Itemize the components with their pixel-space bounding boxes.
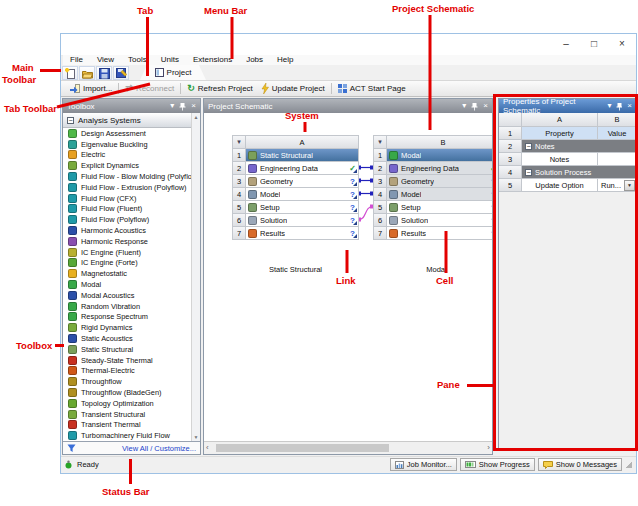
system-cell-row[interactable]: 4 Model ? (233, 188, 359, 201)
toolbox-item[interactable]: Fluid Flow (Fluent) (63, 204, 191, 215)
system-cell-row[interactable]: 2 Engineering Data ✓ (374, 162, 492, 175)
properties-pane-header[interactable]: Properties of Project Schematic ▾ × (499, 99, 636, 113)
show-messages-button[interactable]: Show 0 Messages (538, 458, 622, 471)
system-cell-row[interactable]: 7 Results ? (374, 227, 492, 240)
toolbox-item[interactable]: Fluid Flow - Blow Molding (Polyflow) (63, 171, 191, 182)
menu-item[interactable]: File (63, 55, 90, 65)
menu-item[interactable]: Help (270, 55, 300, 65)
toolbox-item[interactable]: Throughflow (BladeGen) (63, 387, 191, 398)
menu-item[interactable]: View (90, 55, 121, 65)
chevron-down-icon[interactable]: ▾ (607, 102, 611, 110)
new-icon[interactable] (62, 66, 78, 80)
toolbox-item[interactable]: IC Engine (Fluent) (63, 247, 191, 258)
scroll-down-icon[interactable]: ▼ (192, 434, 200, 440)
system-column-letter[interactable]: B (387, 136, 492, 149)
scroll-right-icon[interactable]: › (487, 442, 490, 454)
collapse-icon[interactable]: − (67, 117, 74, 124)
pin-icon[interactable] (179, 102, 186, 111)
toolbox-scrollbar[interactable]: ▲ ▼ (191, 113, 200, 441)
title-bar[interactable]: – □ × (61, 34, 636, 56)
toolbox-item[interactable]: IC Engine (Forte) (63, 258, 191, 269)
menu-item[interactable]: Jobs (239, 55, 270, 65)
scrollbar-thumb[interactable] (216, 444, 389, 452)
menu-item[interactable]: Units (154, 55, 186, 65)
toolbox-item[interactable]: Turbomachinery Fluid Flow (63, 430, 191, 441)
dropdown-button[interactable]: ▼ (624, 180, 635, 191)
toolbox-item[interactable]: Topology Optimization (63, 398, 191, 409)
chevron-down-icon[interactable]: ▾ (462, 102, 466, 110)
toolbox-item[interactable]: Explicit Dynamics (63, 160, 191, 171)
resize-grip[interactable] (625, 461, 632, 468)
properties-row[interactable]: 1 − Property Value ▼ (499, 127, 636, 140)
toolbox-item[interactable]: Electric (63, 150, 191, 161)
open-icon[interactable] (79, 66, 95, 80)
system-caption[interactable]: Modal (373, 265, 492, 274)
import-button[interactable]: Import... (66, 83, 116, 95)
system-cell-row[interactable]: 3 Geometry ? (374, 175, 492, 188)
menu-item[interactable]: Tools (121, 55, 154, 65)
properties-row[interactable]: 5 − Update Option Run... ▼ (499, 179, 636, 192)
toolbox-item[interactable]: Eigenvalue Buckling (63, 139, 191, 150)
act-start-page-button[interactable]: ACT Start Page (334, 83, 410, 94)
toolbox-item[interactable]: Fluid Flow - Extrusion (Polyflow) (63, 182, 191, 193)
system-column-letter[interactable]: A (246, 136, 359, 149)
system-cell-row[interactable]: 3 Geometry ? (233, 175, 359, 188)
system-cell-row[interactable]: 1 Static Structural (233, 149, 359, 162)
filter-icon[interactable] (67, 444, 76, 453)
system-cell-row[interactable]: 5 Setup ? (233, 201, 359, 214)
system-cell-row[interactable]: 6 Solution ? (233, 214, 359, 227)
close-icon[interactable]: × (627, 102, 632, 110)
maximize-button[interactable]: □ (588, 38, 600, 50)
system-cell-row[interactable]: 7 Results ? (233, 227, 359, 240)
toolbox-item[interactable]: Static Structural (63, 344, 191, 355)
pin-icon[interactable] (471, 102, 478, 111)
toolbox-item[interactable]: Throughflow (63, 376, 191, 387)
scroll-left-icon[interactable]: ‹ (206, 442, 209, 454)
system-menu-cell[interactable]: ▾ (233, 136, 246, 149)
toolbox-item[interactable]: Rigid Dynamics (63, 322, 191, 333)
system-cell-row[interactable]: 5 Setup ? (374, 201, 492, 214)
toolbox-item[interactable]: Transient Thermal (63, 420, 191, 431)
save-as-icon[interactable] (113, 66, 129, 80)
job-monitor-button[interactable]: Job Monitor... (390, 458, 457, 471)
view-all-customize-link[interactable]: View All / Customize... (76, 444, 196, 453)
reconnect-button[interactable]: ⇄ Reconnect (121, 83, 178, 94)
toolbox-item[interactable]: Design Assessment (63, 128, 191, 139)
toolbox-item[interactable]: Response Spectrum (63, 312, 191, 323)
system-menu-cell[interactable]: ▾ (374, 136, 387, 149)
system-cell-row[interactable]: 1 Modal (374, 149, 492, 162)
toolbox-item[interactable]: Modal Acoustics (63, 290, 191, 301)
toolbox-item[interactable]: Fluid Flow (CFX) (63, 193, 191, 204)
toolbox-item[interactable]: Harmonic Acoustics (63, 225, 191, 236)
toolbox-item[interactable]: Fluid Flow (Polyflow) (63, 214, 191, 225)
menu-item[interactable]: Extensions (186, 55, 239, 65)
close-button[interactable]: × (616, 38, 628, 50)
pin-icon[interactable] (616, 102, 622, 111)
analysis-systems-group-header[interactable]: − Analysis Systems (63, 113, 191, 128)
system-cell-row[interactable]: 2 Engineering Data ✓ (233, 162, 359, 175)
toolbox-item[interactable]: Harmonic Response (63, 236, 191, 247)
collapse-icon[interactable]: − (525, 169, 532, 176)
close-icon[interactable]: × (191, 102, 196, 110)
toolbox-item[interactable]: Transient Structural (63, 409, 191, 420)
scroll-up-icon[interactable]: ▲ (192, 114, 200, 120)
system-caption[interactable]: Static Structural (232, 265, 359, 274)
toolbox-item[interactable]: Modal (63, 279, 191, 290)
toolbox-item[interactable]: Steady-State Thermal (63, 355, 191, 366)
toolbox-pane-header[interactable]: Toolbox ▾ × (63, 99, 200, 113)
system-cell-row[interactable]: 4 Model ? (374, 188, 492, 201)
schematic-pane-header[interactable]: Project Schematic ▾ × (204, 99, 492, 113)
collapse-icon[interactable]: − (525, 143, 532, 150)
toolbox-item[interactable]: Magnetostatic (63, 268, 191, 279)
save-icon[interactable] (96, 66, 112, 80)
update-project-button[interactable]: Update Project (257, 82, 329, 95)
properties-row[interactable]: 4 − Solution Process ▼ (499, 166, 636, 179)
toolbox-item[interactable]: Random Vibration (63, 301, 191, 312)
minimize-button[interactable]: – (560, 38, 572, 50)
properties-row[interactable]: 2 − Notes ▼ (499, 140, 636, 153)
show-progress-button[interactable]: Show Progress (460, 458, 535, 471)
tab-project[interactable]: Project (140, 65, 206, 80)
horizontal-scrollbar[interactable]: ‹ › (204, 441, 492, 454)
toolbox-item[interactable]: Thermal-Electric (63, 366, 191, 377)
close-icon[interactable]: × (483, 102, 488, 110)
